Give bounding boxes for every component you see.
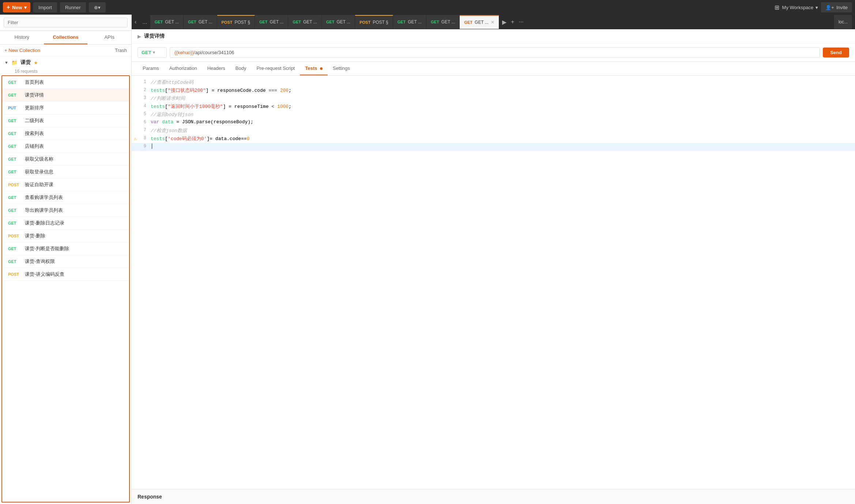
request-item[interactable]: GET 首页列表: [2, 76, 129, 89]
request-item[interactable]: POST 验证自助开课: [2, 178, 129, 191]
line-content: tests["返回时间小于1000毫秒"] = responseTime < 1…: [151, 103, 855, 110]
tab-collections[interactable]: Collections: [44, 31, 88, 44]
tab-add-button[interactable]: +: [509, 19, 516, 26]
tab-nav-right[interactable]: ▶: [501, 19, 508, 26]
tab-item-post[interactable]: POST POST §: [217, 15, 255, 29]
request-item[interactable]: GET 二级列表: [2, 114, 129, 127]
request-name: 验证自助开课: [25, 181, 53, 188]
request-item[interactable]: GET 课货-删除日志记录: [2, 217, 129, 230]
tab-pre-request[interactable]: Pre-request Script: [251, 62, 300, 75]
method-select[interactable]: GET ▾: [138, 47, 167, 58]
tabs-nav-left2[interactable]: ...: [139, 19, 150, 25]
code-editor[interactable]: 1 //查看httpCode码 2 tests["接口状态码200"] = re…: [132, 76, 855, 489]
method-chevron: ▾: [153, 50, 155, 55]
workspace-label: My Workspace: [782, 5, 814, 10]
collection-header[interactable]: ▼ 📁 课货 ★: [0, 56, 131, 69]
tab-item-post[interactable]: POST POST §: [355, 15, 393, 29]
sidebar-actions: + New Collection Trash: [0, 45, 131, 56]
tab-settings[interactable]: Settings: [328, 62, 355, 75]
warn-icon-empty: [132, 95, 139, 95]
request-name: 店铺列表: [25, 143, 44, 150]
warn-icon-empty: [132, 103, 139, 104]
tab-headers[interactable]: Headers: [202, 62, 230, 75]
warn-icon-empty: [132, 79, 139, 79]
request-item[interactable]: GET 课货-判断是否能删除: [2, 242, 129, 255]
request-item[interactable]: GET 店铺列表: [2, 140, 129, 153]
url-input[interactable]: {{kehuo}}/api/course/341106: [170, 47, 820, 58]
method-badge: GET: [8, 195, 21, 200]
tab-method: GET: [326, 20, 335, 24]
line-content: var data = JSON.parse(responseBody);: [151, 119, 855, 125]
tab-label: GET ...: [303, 19, 317, 25]
request-item[interactable]: GET 课货-查询权限: [2, 255, 129, 268]
collection-chevron: ▼: [4, 60, 8, 65]
breadcrumb-arrow[interactable]: ▶: [138, 34, 141, 39]
tab-label: GET ...: [270, 19, 284, 25]
request-item[interactable]: POST 课货-讲义编码反查: [2, 268, 129, 281]
invite-button[interactable]: 👤+ Invite: [821, 2, 852, 12]
line-num: 2: [139, 87, 151, 93]
tab-item[interactable]: GET GET ...: [184, 15, 217, 29]
runner-button[interactable]: Runner: [60, 2, 86, 12]
extra-button[interactable]: ⊕▾: [89, 2, 106, 12]
line-content: tests["接口状态码200"] = responseCode.code ==…: [151, 87, 855, 94]
method-badge: GET: [8, 80, 21, 84]
tab-params[interactable]: Params: [138, 62, 164, 75]
request-item[interactable]: GET 查看购课学员列表: [2, 191, 129, 204]
code-line: 2 tests["接口状态码200"] = responseCode.code …: [132, 87, 855, 95]
main-content: ‹ ... GET GET ... GET GET ... POST POST …: [132, 15, 855, 504]
star-icon: ★: [34, 60, 38, 65]
request-item[interactable]: GET 课货详情: [2, 89, 129, 102]
tab-tests[interactable]: Tests: [300, 62, 328, 75]
tab-item[interactable]: GET GET ...: [393, 15, 426, 29]
tab-label: GET ...: [408, 19, 422, 25]
tab-method: GET: [259, 20, 268, 24]
trash-button[interactable]: Trash: [115, 48, 127, 53]
request-item[interactable]: GET 获取登录信息: [2, 166, 129, 178]
new-collection-button[interactable]: + New Collection: [4, 48, 40, 53]
tab-authorization[interactable]: Authorization: [164, 62, 202, 75]
request-item[interactable]: GET 导出购课学员列表: [2, 204, 129, 217]
tab-method: POST: [359, 20, 370, 25]
tab-item[interactable]: GET GET ...: [288, 15, 321, 29]
invite-label: Invite: [836, 5, 848, 10]
request-item[interactable]: GET 获取父级名称: [2, 153, 129, 166]
request-item[interactable]: PUT 更新排序: [2, 102, 129, 114]
method-badge: GET: [8, 131, 21, 136]
new-button[interactable]: + New ▾: [3, 2, 30, 12]
method-badge: PUT: [8, 106, 21, 110]
request-name: 查看购课学员列表: [25, 194, 63, 201]
tab-item[interactable]: GET GET ...: [322, 15, 355, 29]
request-list: GET 首页列表 GET 课货详情 PUT 更新排序 GET 二级列表 GET …: [1, 75, 130, 503]
code-line: 4 tests["返回时间小于1000毫秒"] = responseTime <…: [132, 103, 855, 111]
search-input[interactable]: [4, 18, 128, 27]
env-selector[interactable]: loc...: [834, 15, 852, 29]
tab-history[interactable]: History: [0, 31, 44, 44]
response-section: Response: [132, 489, 855, 504]
send-button[interactable]: Send: [823, 48, 849, 57]
tabs-nav-left[interactable]: ‹: [132, 19, 139, 25]
tab-item[interactable]: GET GET ...: [150, 15, 184, 29]
warn-icon-empty: [132, 143, 139, 144]
url-path: /api/course/341106: [194, 50, 234, 55]
tab-item[interactable]: GET GET ...: [255, 15, 288, 29]
workspace-button[interactable]: My Workspace ▾: [782, 5, 818, 10]
method-badge: GET: [8, 170, 21, 174]
tab-apis[interactable]: APIs: [87, 31, 131, 44]
tab-item[interactable]: GET GET ...: [426, 15, 460, 29]
line-num: 9: [139, 143, 151, 149]
tab-more-button[interactable]: ···: [517, 19, 525, 26]
method-badge: GET: [8, 157, 21, 161]
request-item[interactable]: POST 课货-删除: [2, 230, 129, 242]
code-line: 5 //返回body转json: [132, 111, 855, 119]
method-badge: GET: [8, 247, 21, 251]
tab-body[interactable]: Body: [230, 62, 252, 75]
close-tab-icon[interactable]: ✕: [491, 20, 494, 25]
code-line: 1 //查看httpCode码: [132, 79, 855, 87]
tab-method: GET: [431, 20, 439, 24]
request-name: 搜索列表: [25, 130, 44, 137]
request-item[interactable]: GET 搜索列表: [2, 127, 129, 140]
line-content: tests['code码必须为0']= data.code==0: [151, 135, 855, 142]
import-button[interactable]: Import: [33, 2, 57, 12]
tab-item-active[interactable]: GET GET ... ✕: [460, 15, 499, 29]
